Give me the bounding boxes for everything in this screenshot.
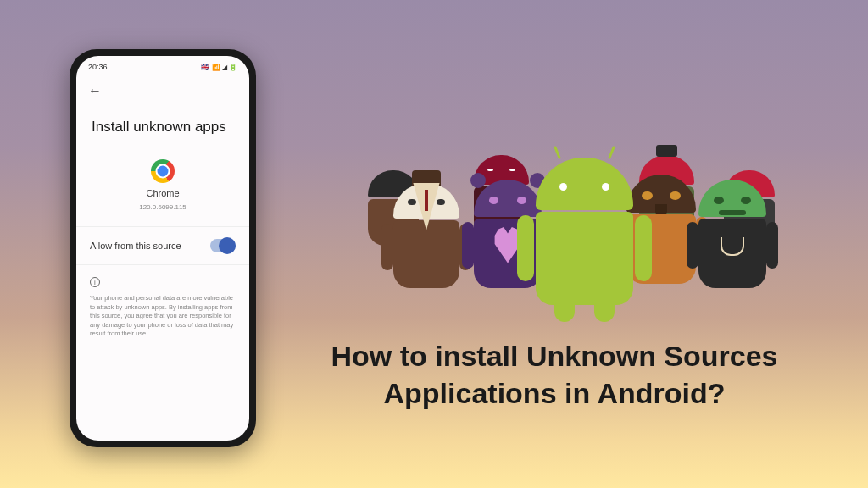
app-info: Chrome 120.0.6099.115	[76, 154, 249, 226]
back-arrow-icon: ←	[88, 83, 102, 97]
status-time: 20:36	[88, 63, 108, 71]
phone-frame: 20:36 🇬🇧 📶 ◢ 🔋 ← Install unknown apps Ch…	[70, 49, 256, 447]
chrome-icon	[151, 159, 175, 183]
headline-text: How to install Unknown Sources Applicati…	[300, 337, 809, 412]
status-icons: 🇬🇧 📶 ◢ 🔋	[201, 64, 237, 71]
info-icon: i	[90, 277, 100, 287]
app-name: Chrome	[146, 188, 179, 198]
toggle-label: Allow from this source	[90, 241, 181, 251]
phone-screen: 20:36 🇬🇧 📶 ◢ 🔋 ← Install unknown apps Ch…	[76, 56, 249, 441]
back-button[interactable]: ←	[76, 75, 249, 103]
settings-page-title: Install unknown apps	[76, 103, 249, 154]
app-version: 120.0.6099.115	[139, 203, 186, 211]
warning-text: Your phone and personal data are more vu…	[90, 294, 236, 339]
status-bar: 20:36 🇬🇧 📶 ◢ 🔋	[76, 56, 249, 75]
warning-block: i Your phone and personal data are more …	[76, 265, 249, 351]
allow-source-row[interactable]: Allow from this source	[76, 226, 249, 265]
android-robots-illustration	[342, 68, 800, 305]
allow-source-toggle[interactable]	[210, 239, 236, 252]
